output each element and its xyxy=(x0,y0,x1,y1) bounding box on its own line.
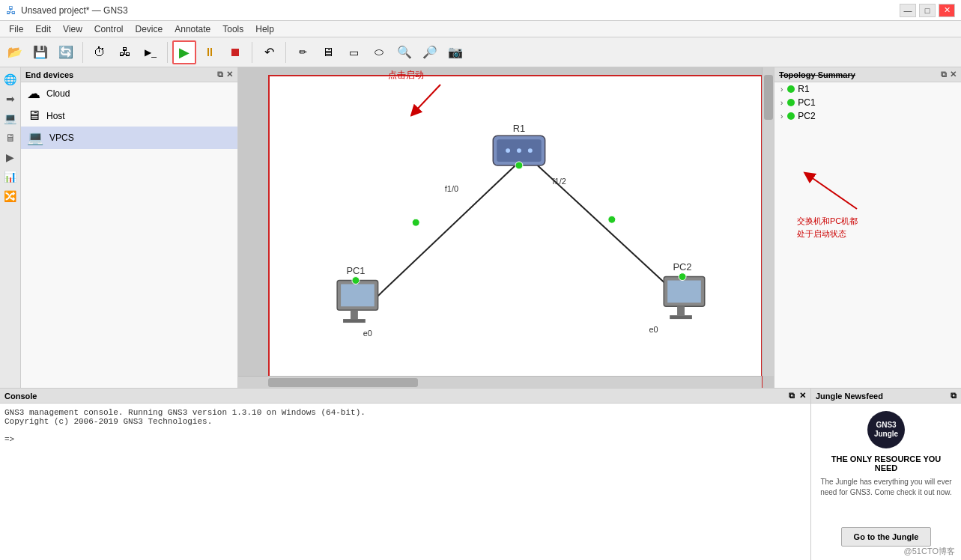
toolbar-sep-2 xyxy=(167,42,168,63)
svg-text:f1/2: f1/2 xyxy=(553,177,566,186)
devices-panel-title: End devices xyxy=(25,70,73,79)
open-button[interactable]: 📂 xyxy=(3,40,27,64)
sidebar-pc-icon[interactable]: 💻 xyxy=(1,109,19,127)
canvas-area[interactable]: 点击启动 xyxy=(238,67,774,388)
topo-expand-PC2[interactable]: › xyxy=(780,112,783,121)
topology-panel-title: Topology Summary xyxy=(779,70,855,79)
sidebar-monitor-icon[interactable]: 🖥 xyxy=(1,129,19,147)
panel-float-button[interactable]: ⧉ xyxy=(217,70,223,79)
zoom-out-button[interactable]: 🔎 xyxy=(418,40,442,64)
sidebar-play-icon[interactable]: ▶ xyxy=(1,148,19,166)
left-sidebar: 🌐 ➡ 💻 🖥 ▶ 📊 🔀 xyxy=(0,67,21,388)
console-close-button[interactable]: ✕ xyxy=(799,391,806,401)
horizontal-scrollbar[interactable] xyxy=(238,376,762,388)
menu-help[interactable]: Help xyxy=(249,22,280,36)
reload-button[interactable]: 🔄 xyxy=(54,40,78,64)
svg-text:PC1: PC1 xyxy=(346,265,365,276)
jungle-headline: THE ONLY RESOURCE YOU NEED xyxy=(819,454,954,472)
device-vpcs[interactable]: 💻 VPCS xyxy=(21,127,237,149)
topo-float-button[interactable]: ⧉ xyxy=(941,70,947,79)
menu-edit[interactable]: Edit xyxy=(29,22,57,36)
edit-button[interactable]: ✏ xyxy=(291,40,315,64)
console-line-2: Copyright (c) 2006-2019 GNS3 Technologie… xyxy=(4,417,806,426)
console-line-4: => xyxy=(4,435,806,444)
menu-file[interactable]: File xyxy=(3,22,29,36)
sidebar-chart-icon[interactable]: 📊 xyxy=(1,168,19,186)
gns3-logo: GNS3Jungle xyxy=(867,411,905,448)
svg-rect-21 xyxy=(677,306,685,315)
console-line-3 xyxy=(4,426,806,435)
cloud-icon: ☁ xyxy=(27,85,40,102)
device-wizard-button[interactable]: 🖧 xyxy=(113,40,137,64)
app-icon: 🖧 xyxy=(6,4,16,16)
terminal-button[interactable]: ▶_ xyxy=(139,40,163,64)
toolbar: 📂 💾 🔄 ⏱ 🖧 ▶_ ▶ ⏸ ⏹ ↶ ✏ 🖥 ▭ ⬭ 🔍 🔎 📷 xyxy=(0,37,961,67)
zoom-in-button[interactable]: 🔍 xyxy=(392,40,416,64)
annotation-text-running: 交换机和PC机都 处于启动状态 xyxy=(797,215,961,240)
console-content: GNS3 management console. Running GNS3 ve… xyxy=(0,404,810,560)
devices-panel: End devices ⧉ ✕ ☁ Cloud 🖥 Host 💻 VPCS xyxy=(21,67,238,388)
console-header: Console ⧉ ✕ xyxy=(0,389,810,404)
jungle-float-button[interactable]: ⧉ xyxy=(951,391,957,401)
rect-button[interactable]: ▭ xyxy=(342,40,366,64)
topology-svg: R1 f1/0 f1/2 PC1 xyxy=(270,76,761,388)
vertical-scrollbar[interactable] xyxy=(762,67,774,376)
sidebar-swap-icon[interactable]: 🔀 xyxy=(1,187,19,205)
titlebar: 🖧 Unsaved project* — GNS3 — □ ✕ xyxy=(0,0,961,21)
ellipse-button[interactable]: ⬭ xyxy=(367,40,391,64)
timer-button[interactable]: ⏱ xyxy=(88,40,112,64)
undo-button[interactable]: ↶ xyxy=(257,40,281,64)
annotation-switch-running: 交换机和PC机都 处于启动状态 xyxy=(797,168,961,240)
go-to-jungle-button[interactable]: Go to the Jungle xyxy=(841,527,932,547)
topo-node-R1[interactable]: › R1 xyxy=(774,82,961,96)
panel-close-button[interactable]: ✕ xyxy=(226,70,233,79)
topo-label-PC1: PC1 xyxy=(798,97,815,108)
console-float-button[interactable]: ⧉ xyxy=(789,391,795,401)
close-button[interactable]: ✕ xyxy=(939,4,955,17)
topo-expand-PC1[interactable]: › xyxy=(780,99,783,107)
svg-point-5 xyxy=(506,148,510,153)
menu-device[interactable]: Device xyxy=(130,22,169,36)
sidebar-arrow-icon[interactable]: ➡ xyxy=(1,90,19,108)
svg-point-7 xyxy=(528,148,533,153)
screenshot-button[interactable]: 📷 xyxy=(443,40,467,64)
bottom-layout: Console ⧉ ✕ GNS3 management console. Run… xyxy=(0,388,961,560)
svg-rect-15 xyxy=(343,319,366,323)
stop-button[interactable]: ⏹ xyxy=(223,40,247,64)
horizontal-scrollbar-thumb[interactable] xyxy=(268,378,418,387)
vertical-scrollbar-thumb[interactable] xyxy=(764,75,773,120)
pause-button[interactable]: ⏸ xyxy=(198,40,222,64)
device-cloud[interactable]: ☁ Cloud xyxy=(21,82,237,105)
jungle-header: Jungle Newsfeed ⧉ xyxy=(811,389,961,404)
jungle-title: Jungle Newsfeed xyxy=(816,392,883,401)
topo-node-PC1[interactable]: › PC1 xyxy=(774,96,961,109)
menu-view[interactable]: View xyxy=(57,22,88,36)
device-host[interactable]: 🖥 Host xyxy=(21,105,237,127)
menu-annotate[interactable]: Annotate xyxy=(169,22,216,36)
minimize-button[interactable]: — xyxy=(900,4,916,17)
node-R1: R1 xyxy=(493,123,545,169)
sidebar-globe-icon[interactable]: 🌐 xyxy=(1,70,19,88)
toolbar-sep-3 xyxy=(252,42,252,63)
svg-text:f1/0: f1/0 xyxy=(445,184,458,193)
play-button[interactable]: ▶ xyxy=(172,40,196,64)
topo-node-PC2[interactable]: › PC2 xyxy=(774,109,961,123)
device-vpcs-label: VPCS xyxy=(49,133,74,143)
menu-tools[interactable]: Tools xyxy=(216,22,249,36)
devices-panel-header: End devices ⧉ ✕ xyxy=(21,67,237,82)
node-PC1: PC1 e0 xyxy=(337,265,378,338)
console-button[interactable]: 🖥 xyxy=(316,40,340,64)
svg-point-9 xyxy=(515,162,523,169)
svg-line-1 xyxy=(367,165,515,306)
topo-expand-R1[interactable]: › xyxy=(780,85,783,94)
svg-point-17 xyxy=(352,277,360,284)
menu-control[interactable]: Control xyxy=(88,22,130,36)
maximize-button[interactable]: □ xyxy=(919,4,936,17)
topo-close-button[interactable]: ✕ xyxy=(950,70,957,79)
save-button[interactable]: 💾 xyxy=(28,40,52,64)
console-panel: Console ⧉ ✕ GNS3 management console. Run… xyxy=(0,389,811,560)
topo-label-PC2: PC2 xyxy=(798,111,815,121)
console-title: Console xyxy=(4,392,37,401)
svg-rect-20 xyxy=(667,281,701,303)
vpcs-icon: 💻 xyxy=(27,130,43,146)
